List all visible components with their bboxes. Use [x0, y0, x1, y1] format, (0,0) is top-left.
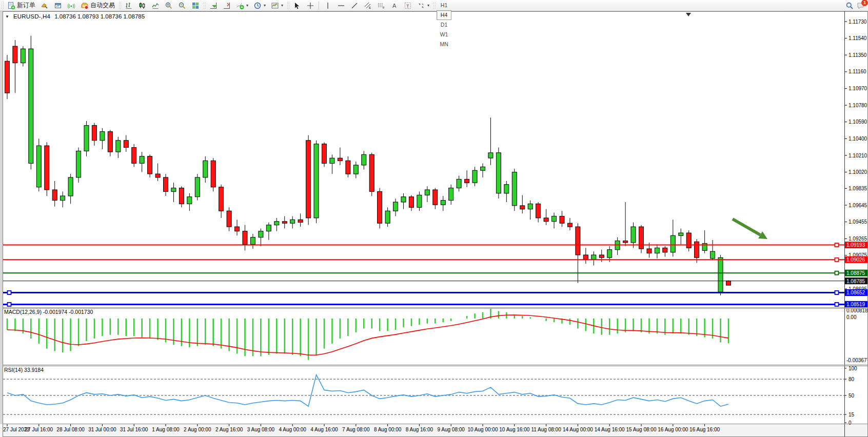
periods-button[interactable]: ▾ — [251, 0, 268, 11]
svg-text:4 Aug 16:00: 4 Aug 16:00 — [310, 427, 338, 432]
tf-button-mn[interactable]: MN — [437, 39, 451, 49]
signal-icon — [67, 2, 75, 10]
fibonacci-button[interactable]: F — [374, 0, 388, 11]
chart-shift-button[interactable] — [220, 0, 233, 11]
tile-windows-icon — [191, 2, 200, 10]
arrows-button[interactable]: ▾ — [415, 0, 432, 11]
indicators-button[interactable]: ▾ — [233, 0, 251, 11]
notifications-button[interactable]: 1 — [857, 2, 865, 10]
chart-window-button[interactable] — [51, 0, 65, 11]
svg-text:4 Aug 00:00: 4 Aug 00:00 — [279, 427, 307, 432]
price-chart[interactable]: 1.117301.115401.113501.111601.109701.107… — [0, 0, 868, 437]
svg-text:1.11730: 1.11730 — [849, 19, 867, 25]
autotrading-icon — [81, 2, 89, 10]
zoom-out-button[interactable] — [175, 0, 189, 11]
chart-shift-icon — [223, 2, 231, 10]
svg-text:E: E — [369, 6, 371, 9]
trendline-icon — [350, 2, 359, 10]
svg-text:7 Aug 08:00: 7 Aug 08:00 — [342, 427, 370, 432]
bar-chart-type-button[interactable] — [122, 0, 135, 11]
svg-text:1.09193: 1.09193 — [846, 242, 865, 248]
svg-text:3 Aug 08:00: 3 Aug 08:00 — [247, 427, 275, 432]
auto-scroll-button[interactable] — [207, 0, 220, 11]
macd-indicator-label: MACD(12,26,9) -0.001974 -0.001730 — [4, 309, 93, 315]
svg-text:0: 0 — [849, 420, 852, 426]
autotrading-button[interactable]: 自动交易 — [78, 0, 117, 11]
auto-scroll-icon — [209, 2, 218, 10]
new-order-icon — [7, 2, 15, 10]
zoom-out-icon — [178, 2, 186, 10]
cursor-button[interactable] — [290, 0, 304, 11]
svg-text:8 Aug 16:00: 8 Aug 16:00 — [406, 427, 433, 432]
svg-text:2 Aug 16:00: 2 Aug 16:00 — [215, 427, 243, 432]
toolbar-grip — [203, 2, 206, 10]
text-label-button[interactable]: T — [401, 0, 415, 11]
svg-text:1.10590: 1.10590 — [849, 119, 867, 125]
tile-windows-button[interactable] — [189, 0, 202, 11]
svg-text:16 Aug 00:00: 16 Aug 00:00 — [658, 427, 688, 432]
vertical-line-button[interactable] — [321, 0, 334, 11]
candlestick-type-button[interactable] — [135, 0, 149, 11]
line-chart-icon — [151, 2, 160, 10]
text-label-icon: T — [404, 2, 412, 10]
svg-text:1.09645: 1.09645 — [849, 203, 867, 208]
tf-button-h1[interactable]: H1 — [437, 1, 451, 10]
shapes-icon — [417, 2, 425, 10]
main-toolbar: 新订单 自动交易 — [0, 0, 868, 11]
chart-ohlc-values: 1.08736 1.08793 1.08736 1.08785 — [54, 13, 145, 19]
indicators-icon — [236, 2, 244, 10]
svg-text:8 Aug 00:00: 8 Aug 00:00 — [374, 427, 402, 432]
signals-button[interactable] — [65, 0, 78, 11]
chevron-down-icon: ▾ — [427, 3, 429, 8]
horizontal-line-button[interactable] — [334, 0, 348, 11]
toolbar-grip — [287, 2, 289, 10]
new-order-button[interactable]: 新订单 — [5, 0, 38, 11]
svg-text:1.10020: 1.10020 — [849, 169, 867, 175]
chart-title: ▼ EURUSD-,H4 1.08736 1.08793 1.08736 1.0… — [5, 13, 145, 19]
metaeditor-button[interactable] — [38, 0, 51, 11]
svg-text:1.11350: 1.11350 — [849, 52, 867, 58]
window-icon — [54, 2, 62, 10]
svg-text:15 Aug 08:00: 15 Aug 08:00 — [626, 427, 657, 432]
svg-text:2 Aug 00:00: 2 Aug 00:00 — [184, 427, 211, 432]
chart-dropdown-icon[interactable]: ▼ — [5, 14, 9, 19]
chevron-down-icon: ▾ — [281, 3, 283, 8]
svg-text:1.10210: 1.10210 — [849, 153, 867, 158]
svg-text:1.10780: 1.10780 — [849, 103, 867, 108]
svg-text:10 Aug 16:00: 10 Aug 16:00 — [499, 427, 529, 432]
svg-text:1.09835: 1.09835 — [849, 186, 867, 191]
svg-text:1.11160: 1.11160 — [849, 69, 866, 74]
trendline-button[interactable] — [348, 0, 361, 11]
svg-text:1.08875: 1.08875 — [846, 270, 865, 276]
svg-text:14 Aug 00:00: 14 Aug 00:00 — [563, 427, 593, 432]
svg-text:1.08519: 1.08519 — [846, 302, 865, 307]
clock-icon — [253, 2, 262, 10]
candlestick-icon — [138, 2, 146, 10]
toolbar-grip — [433, 2, 436, 10]
tf-button-w1[interactable]: W1 — [437, 30, 451, 39]
templates-button[interactable]: ▾ — [268, 0, 286, 11]
svg-text:1.08785: 1.08785 — [846, 279, 865, 284]
svg-text:F: F — [383, 6, 385, 9]
zoom-in-button[interactable] — [162, 0, 175, 11]
timeframe-group: M1M5M15M30H1H4D1W1MN — [437, 0, 451, 49]
crosshair-button[interactable] — [304, 0, 317, 11]
tf-button-d1[interactable]: D1 — [437, 20, 451, 30]
svg-text:1.09026: 1.09026 — [846, 257, 865, 263]
trading-terminal-window: 新订单 自动交易 — [0, 0, 868, 437]
search-icon[interactable] — [845, 2, 854, 10]
svg-text:1 Aug 08:00: 1 Aug 08:00 — [152, 427, 180, 432]
svg-text:1.10400: 1.10400 — [849, 136, 867, 142]
fibonacci-icon: F — [377, 2, 385, 10]
line-chart-type-button[interactable] — [149, 0, 162, 11]
tf-button-h4[interactable]: H4 — [437, 10, 451, 20]
svg-text:1.09455: 1.09455 — [849, 219, 867, 225]
svg-text:T: T — [406, 3, 409, 8]
equidistant-channel-button[interactable]: E — [361, 0, 374, 11]
svg-text:31 Jul 16:00: 31 Jul 16:00 — [120, 427, 148, 432]
svg-text:1.11540: 1.11540 — [849, 35, 867, 41]
bar-chart-icon — [125, 2, 133, 10]
toolbar-grip — [1, 2, 4, 10]
svg-text:27 Jul 16:00: 27 Jul 16:00 — [25, 427, 53, 432]
text-button[interactable]: A — [388, 0, 401, 11]
